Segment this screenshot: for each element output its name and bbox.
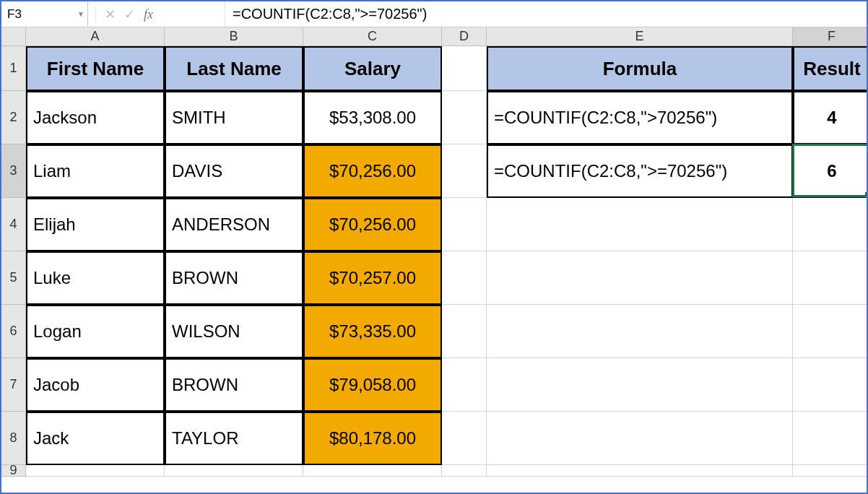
cell-B9[interactable]: [165, 465, 303, 477]
cell-F7[interactable]: [793, 358, 868, 412]
cell-B1[interactable]: Last Name: [165, 46, 303, 91]
cell-D3[interactable]: [442, 144, 487, 198]
cell-A5[interactable]: Luke: [26, 251, 165, 305]
row-header-1[interactable]: 1: [1, 46, 26, 91]
cell-F1[interactable]: Result: [793, 46, 868, 91]
cell-E5[interactable]: [487, 251, 793, 305]
cell-A4[interactable]: Elijah: [26, 198, 165, 251]
column-header-A[interactable]: A: [26, 27, 165, 46]
cells-area[interactable]: First NameLast NameSalaryFormulaResultJa…: [26, 46, 868, 477]
cell-C6[interactable]: $73,335.00: [303, 305, 442, 358]
row-header-3[interactable]: 3: [1, 144, 26, 198]
cell-A6[interactable]: Logan: [26, 305, 165, 358]
column-header-B[interactable]: B: [165, 27, 303, 46]
cell-B7[interactable]: BROWN: [165, 358, 303, 412]
cancel-icon[interactable]: ✕: [105, 8, 116, 21]
name-box-value: F3: [7, 7, 22, 22]
cell-A7[interactable]: Jacob: [26, 358, 165, 412]
column-header-F[interactable]: F: [793, 27, 868, 46]
column-header-D[interactable]: D: [442, 27, 487, 46]
column-header-C[interactable]: C: [303, 27, 442, 46]
cell-D8[interactable]: [442, 412, 487, 465]
cell-E2[interactable]: =COUNTIF(C2:C8,">70256"): [487, 91, 793, 144]
formula-bar: F3 ▼ ✕ ✓ fx =COUNTIF(C2:C8,">=70256"): [1, 1, 867, 27]
cell-E3[interactable]: =COUNTIF(C2:C8,">=70256"): [487, 144, 793, 198]
cell-A8[interactable]: Jack: [26, 412, 165, 465]
cell-A9[interactable]: [26, 465, 165, 477]
cell-D5[interactable]: [442, 251, 487, 305]
cell-D9[interactable]: [442, 465, 487, 477]
cell-F6[interactable]: [793, 305, 868, 358]
cell-C1[interactable]: Salary: [303, 46, 442, 91]
cell-B8[interactable]: TAYLOR: [165, 412, 303, 465]
row-header-9[interactable]: 9: [1, 465, 26, 477]
formula-bar-buttons: ✕ ✓ fx: [88, 1, 225, 27]
cell-E7[interactable]: [487, 358, 793, 412]
dropdown-icon[interactable]: ▼: [77, 10, 84, 18]
separator: [95, 7, 96, 22]
cell-B5[interactable]: BROWN: [165, 251, 303, 305]
cell-D7[interactable]: [442, 358, 487, 412]
cell-A1[interactable]: First Name: [26, 46, 165, 91]
name-box[interactable]: F3 ▼: [1, 1, 88, 27]
cell-B3[interactable]: DAVIS: [165, 144, 303, 198]
cell-D2[interactable]: [442, 91, 487, 144]
cell-E1[interactable]: Formula: [487, 46, 793, 91]
cell-C4[interactable]: $70,256.00: [303, 198, 442, 251]
column-header-E[interactable]: E: [487, 27, 793, 46]
cell-E9[interactable]: [487, 465, 793, 477]
row-header-7[interactable]: 7: [1, 358, 26, 412]
cell-C9[interactable]: [303, 465, 442, 477]
column-headers: ABCDEF: [26, 27, 868, 46]
cell-B6[interactable]: WILSON: [165, 305, 303, 358]
formula-text: =COUNTIF(C2:C8,">=70256"): [233, 6, 427, 22]
row-header-6[interactable]: 6: [1, 305, 26, 358]
cell-C5[interactable]: $70,257.00: [303, 251, 442, 305]
cell-C7[interactable]: $79,058.00: [303, 358, 442, 412]
row-header-5[interactable]: 5: [1, 251, 26, 305]
cell-C3[interactable]: $70,256.00: [303, 144, 442, 198]
row-header-8[interactable]: 8: [1, 412, 26, 465]
cell-A2[interactable]: Jackson: [26, 91, 165, 144]
cell-F8[interactable]: [793, 412, 868, 465]
cell-A3[interactable]: Liam: [26, 144, 165, 198]
select-all-corner[interactable]: [1, 27, 26, 46]
cell-E6[interactable]: [487, 305, 793, 358]
cell-F4[interactable]: [793, 198, 868, 251]
fx-icon[interactable]: fx: [144, 8, 153, 21]
cell-F9[interactable]: [793, 465, 868, 477]
cell-F3[interactable]: 6: [793, 144, 868, 198]
cell-E4[interactable]: [487, 198, 793, 251]
cell-D4[interactable]: [442, 198, 487, 251]
cell-E8[interactable]: [487, 412, 793, 465]
row-header-4[interactable]: 4: [1, 198, 26, 251]
cell-B2[interactable]: SMITH: [165, 91, 303, 144]
row-headers: 123456789: [1, 46, 26, 477]
cell-F5[interactable]: [793, 251, 868, 305]
cell-B4[interactable]: ANDERSON: [165, 198, 303, 251]
formula-input[interactable]: =COUNTIF(C2:C8,">=70256"): [225, 1, 867, 27]
cell-D1[interactable]: [442, 46, 487, 91]
cell-C8[interactable]: $80,178.00: [303, 412, 442, 465]
cell-F2[interactable]: 4: [793, 91, 868, 144]
enter-icon[interactable]: ✓: [124, 8, 135, 21]
cell-C2[interactable]: $53,308.00: [303, 91, 442, 144]
row-header-2[interactable]: 2: [1, 91, 26, 144]
cell-D6[interactable]: [442, 305, 487, 358]
